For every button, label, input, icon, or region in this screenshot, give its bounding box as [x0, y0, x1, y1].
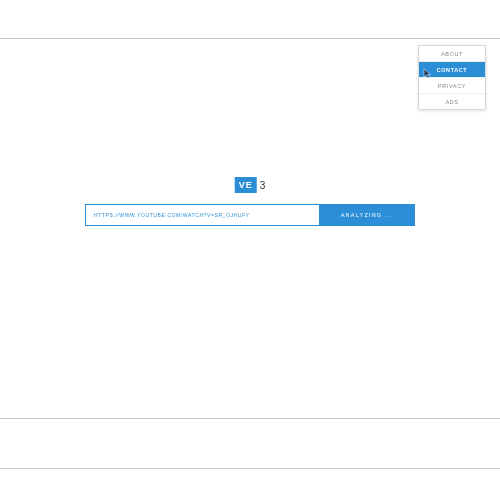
logo: VE 3	[235, 177, 266, 193]
dropdown-menu: About Contact Privacy Ads	[418, 45, 486, 110]
logo-suffix: 3	[260, 180, 266, 191]
cursor-icon	[423, 68, 433, 79]
menu-item-about[interactable]: About	[419, 46, 485, 62]
main-section: About Contact Privacy Ads VE 3 Analyzing…	[0, 39, 500, 419]
url-input[interactable]	[85, 204, 319, 226]
menu-item-ads[interactable]: Ads	[419, 94, 485, 109]
analyze-button[interactable]: Analyzing ...	[319, 204, 415, 226]
menu-item-privacy[interactable]: Privacy	[419, 78, 485, 94]
logo-prefix: VE	[235, 177, 257, 193]
search-bar: Analyzing ...	[85, 204, 415, 226]
